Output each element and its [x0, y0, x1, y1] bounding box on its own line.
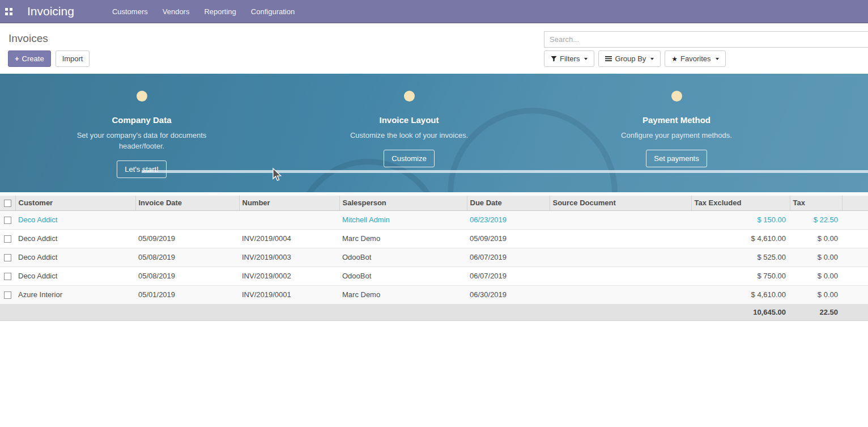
- filters-button[interactable]: Filters: [544, 50, 594, 67]
- search-input[interactable]: [544, 32, 868, 47]
- select-all-checkbox[interactable]: [4, 200, 11, 207]
- cell-tax-excluded: $ 525.00: [691, 248, 790, 267]
- onboarding-banner: Company Data Set your company's data for…: [0, 74, 868, 192]
- column-header-source-document[interactable]: Source Document: [550, 196, 691, 210]
- filter-funnel-icon: [551, 56, 557, 62]
- cell-tax-excluded: $ 150.00: [691, 210, 790, 229]
- table-row[interactable]: Deco Addict 05/09/2019 INV/2019/0004 Mar…: [0, 229, 868, 248]
- nav-item-configuration[interactable]: Configuration: [245, 4, 301, 19]
- column-header-filler: [842, 196, 868, 210]
- row-checkbox[interactable]: [4, 254, 11, 261]
- table-row[interactable]: Azure Interior 05/01/2019 INV/2019/0001 …: [0, 285, 868, 304]
- cell-salesperson: OdooBot: [339, 248, 467, 267]
- cell-tax-excluded: $ 750.00: [691, 267, 790, 285]
- step-dot: [137, 91, 147, 102]
- page-title: Invoices: [8, 32, 48, 45]
- cell-due-date: 06/07/2019: [467, 267, 550, 285]
- cell-number: INV/2019/0003: [239, 248, 339, 267]
- cell-due-date: 06/07/2019: [467, 248, 550, 267]
- onboarding-step-invoice-layout: Invoice Layout Customize the look of you…: [321, 91, 497, 167]
- search-box: [544, 31, 868, 48]
- step-dot: [671, 91, 682, 102]
- onboarding-step-company-data: Company Data Set your company's data for…: [54, 91, 229, 178]
- onboarding-progress-line: [142, 170, 868, 173]
- cell-filler: [842, 248, 868, 267]
- cell-invoice-date: 05/08/2019: [135, 267, 239, 285]
- action-buttons: + Create Import: [8, 50, 90, 67]
- cell-source-document: [550, 285, 691, 304]
- cell-number: INV/2019/0002: [239, 267, 339, 285]
- cell-filler: [842, 285, 868, 304]
- cell-invoice-date: [135, 210, 239, 229]
- invoices-table: Customer Invoice Date Number Salesperson…: [0, 196, 868, 321]
- cell-number: INV/2019/0004: [239, 229, 339, 248]
- total-tax: 22.50: [790, 304, 842, 320]
- filters-button-label: Filters: [560, 54, 580, 63]
- customize-button[interactable]: Customize: [384, 150, 434, 167]
- step-title: Payment Method: [589, 115, 764, 125]
- onboarding-step-payment-method: Payment Method Configure your payment me…: [589, 91, 764, 167]
- favorites-button-label: Favorites: [680, 54, 710, 63]
- nav-menu: Customers Vendors Reporting Configuratio…: [106, 4, 301, 19]
- nav-item-customers[interactable]: Customers: [106, 4, 154, 19]
- nav-item-vendors[interactable]: Vendors: [156, 4, 196, 19]
- cell-source-document: [550, 248, 691, 267]
- set-payments-button[interactable]: Set payments: [646, 150, 707, 167]
- cell-source-document: [550, 267, 691, 285]
- cell-customer: Deco Addict: [15, 248, 135, 267]
- row-checkbox[interactable]: [4, 291, 11, 299]
- column-header-tax[interactable]: Tax: [790, 196, 842, 210]
- star-icon: ★: [671, 55, 678, 63]
- step-description: Configure your payment methods.: [611, 130, 742, 141]
- cell-tax-excluded: $ 4,610.00: [691, 229, 790, 248]
- plus-icon: +: [15, 54, 19, 63]
- column-header-number[interactable]: Number: [239, 196, 339, 210]
- cell-salesperson: Mitchell Admin: [339, 210, 467, 229]
- favorites-button[interactable]: ★ Favorites: [665, 50, 725, 67]
- cell-salesperson: OdooBot: [339, 267, 467, 285]
- app-brand[interactable]: Invoicing: [27, 5, 74, 18]
- cell-source-document: [550, 229, 691, 248]
- cell-filler: [842, 229, 868, 248]
- group-by-button[interactable]: Group By: [598, 50, 661, 67]
- table-row[interactable]: Deco Addict 05/08/2019 INV/2019/0003 Odo…: [0, 248, 868, 267]
- cell-tax: $ 0.00: [790, 229, 842, 248]
- cell-filler: [842, 267, 868, 285]
- column-header-due-date[interactable]: Due Date: [467, 196, 550, 210]
- chevron-down-icon: [716, 58, 719, 60]
- table-row[interactable]: Deco Addict Mitchell Admin 06/23/2019 $ …: [0, 210, 868, 229]
- row-checkbox[interactable]: [4, 273, 11, 280]
- cell-salesperson: Marc Demo: [339, 285, 467, 304]
- column-header-tax-excluded[interactable]: Tax Excluded: [691, 196, 790, 210]
- table-row[interactable]: Deco Addict 05/08/2019 INV/2019/0002 Odo…: [0, 267, 868, 285]
- create-button[interactable]: + Create: [8, 50, 51, 67]
- cell-due-date: 06/23/2019: [467, 210, 550, 229]
- create-button-label: Create: [22, 54, 44, 63]
- cell-customer: Deco Addict: [15, 267, 135, 285]
- row-checkbox[interactable]: [4, 217, 11, 224]
- cell-invoice-date: 05/01/2019: [135, 285, 239, 304]
- table-header-row: Customer Invoice Date Number Salesperson…: [0, 196, 868, 210]
- step-title: Company Data: [54, 115, 229, 125]
- group-by-bars-icon: [605, 56, 612, 62]
- apps-grid-icon[interactable]: [5, 8, 12, 15]
- cell-tax: $ 0.00: [790, 285, 842, 304]
- cell-filler: [842, 210, 868, 229]
- cell-tax: $ 0.00: [790, 248, 842, 267]
- chevron-down-icon: [650, 58, 654, 60]
- step-description: Set your company's data for documents he…: [76, 130, 207, 152]
- cell-due-date: 05/09/2019: [467, 229, 550, 248]
- import-button-label: Import: [62, 54, 83, 63]
- import-button[interactable]: Import: [56, 50, 90, 67]
- step-title: Invoice Layout: [321, 115, 497, 125]
- lets-start-button[interactable]: Let's start!: [117, 160, 167, 178]
- cell-tax: $ 22.50: [790, 210, 842, 229]
- column-header-salesperson[interactable]: Salesperson: [339, 196, 467, 210]
- step-description: Customize the look of your invoices.: [344, 130, 474, 141]
- column-header-invoice-date[interactable]: Invoice Date: [135, 196, 239, 210]
- cell-tax: $ 0.00: [790, 267, 842, 285]
- top-navbar: Invoicing Customers Vendors Reporting Co…: [0, 0, 868, 23]
- column-header-customer[interactable]: Customer: [15, 196, 135, 210]
- nav-item-reporting[interactable]: Reporting: [198, 4, 242, 19]
- row-checkbox[interactable]: [4, 235, 11, 243]
